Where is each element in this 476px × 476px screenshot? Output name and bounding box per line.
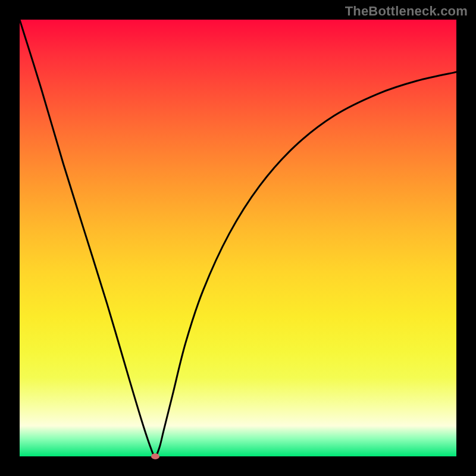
watermark-label: TheBottleneck.com (345, 4, 468, 19)
chart-plot-area (20, 20, 456, 456)
minimum-point-marker (151, 453, 159, 459)
bottleneck-curve-path (20, 20, 456, 456)
chart-curve-svg (20, 20, 456, 456)
chart-frame: TheBottleneck.com (0, 0, 476, 476)
